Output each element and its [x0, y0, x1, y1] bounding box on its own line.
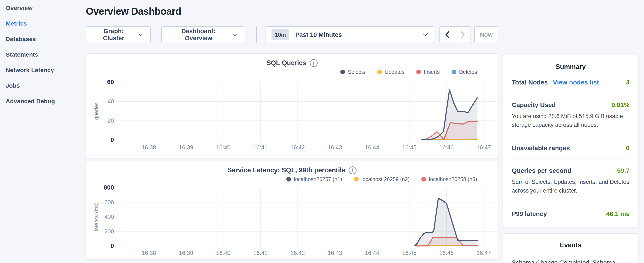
legend-item-n1[interactable]: localhost:26257 (n1): [286, 176, 342, 182]
sidebar-item-databases[interactable]: Databases: [6, 36, 82, 43]
svg-text:16:41: 16:41: [253, 250, 268, 256]
svg-text:16:44: 16:44: [365, 144, 379, 151]
legend-item-n3[interactable]: localhost:26258 (n3): [422, 176, 477, 182]
svg-text:16:43: 16:43: [328, 250, 342, 256]
legend-dot: [416, 70, 421, 74]
chevron-down-icon: [422, 33, 428, 37]
svg-text:200: 200: [104, 228, 114, 235]
legend-item-selects[interactable]: Selects: [340, 69, 365, 75]
controls-divider: [256, 26, 256, 43]
service-latency-chart: 16:3816:3916:4016:4116:4216:4316:4416:45…: [86, 183, 498, 258]
event-list-item: Schema Change Completed: Schema change w…: [512, 258, 630, 263]
svg-text:16:47: 16:47: [476, 250, 491, 256]
p99-latency-value: 46.1 ms: [606, 210, 630, 217]
chevron-down-icon: [138, 33, 143, 36]
chart-title: SQL Queries: [266, 59, 306, 67]
total-nodes-value: 3: [626, 79, 630, 86]
legend-item-deletes[interactable]: Deletes: [452, 69, 477, 75]
svg-text:16:45: 16:45: [402, 144, 416, 151]
svg-text:20: 20: [108, 117, 114, 124]
divider: [512, 93, 630, 93]
sidebar-item-metrics[interactable]: Metrics: [6, 20, 82, 27]
svg-text:16:38: 16:38: [142, 144, 156, 151]
sidebar: Overview Metrics Databases Statements Ne…: [6, 5, 82, 113]
dashboard-controls: Graph: Cluster Dashboard: Overview 10m P…: [86, 26, 498, 43]
svg-text:800: 800: [104, 184, 114, 191]
svg-text:16:47: 16:47: [476, 144, 491, 151]
capacity-used-value: 0.01%: [612, 101, 630, 109]
svg-text:16:39: 16:39: [179, 144, 193, 151]
unavailable-ranges-value: 0: [626, 144, 630, 152]
divider: [512, 136, 630, 136]
graph-scope-label: Graph: Cluster: [94, 28, 134, 42]
dashboard-dropdown[interactable]: Dashboard: Overview: [161, 26, 245, 43]
event-message: Schema Change Completed: Schema change w…: [512, 258, 630, 263]
events-card: Events Schema Change Completed: Schema c…: [503, 233, 638, 263]
svg-text:16:45: 16:45: [402, 250, 416, 256]
svg-text:16:43: 16:43: [328, 144, 342, 151]
sidebar-item-overview[interactable]: Overview: [6, 5, 82, 12]
time-back-button[interactable]: [440, 27, 455, 43]
time-range-selector[interactable]: 10m Past 10 Minutes: [266, 26, 434, 43]
svg-text:16:46: 16:46: [439, 250, 454, 256]
chevron-left-icon: [445, 31, 450, 38]
divider: [512, 202, 630, 202]
summary-row-capacity-used: Capacity Used 0.01%: [512, 101, 630, 109]
svg-text:16:40: 16:40: [216, 250, 230, 256]
svg-text:16:41: 16:41: [253, 144, 268, 151]
svg-text:40: 40: [108, 98, 114, 105]
info-icon[interactable]: i: [349, 166, 356, 174]
main-content: Overview Dashboard Graph: Cluster Dashbo…: [86, 0, 498, 259]
right-panel: Summary Total Nodes View nodes list 3 Ca…: [503, 55, 638, 263]
chevron-down-icon: [232, 33, 237, 36]
svg-text:16:42: 16:42: [290, 250, 305, 256]
graph-scope-dropdown[interactable]: Graph: Cluster: [86, 26, 151, 43]
svg-text:16:39: 16:39: [179, 250, 193, 256]
summary-row-p99-latency: P99 latency 46.1 ms: [512, 210, 630, 217]
summary-card: Summary Total Nodes View nodes list 3 Ca…: [503, 55, 638, 227]
sidebar-item-jobs[interactable]: Jobs: [6, 82, 82, 89]
svg-text:16:46: 16:46: [439, 144, 454, 151]
svg-text:queries: queries: [93, 102, 99, 120]
sql-queries-chart-card: SQL Queries i Selects Updates Inserts De…: [86, 53, 498, 158]
queries-per-second-value: 59.7: [617, 167, 630, 174]
svg-text:0: 0: [110, 136, 114, 143]
time-pager: [440, 26, 471, 43]
chevron-right-icon: [460, 31, 465, 38]
sidebar-item-advanced-debug[interactable]: Advanced Debug: [6, 98, 82, 105]
svg-text:latency (ms): latency (ms): [93, 202, 99, 231]
capacity-used-description: You are using 28.6 MiB of 515.9 GiB usab…: [512, 112, 630, 129]
chart-legend: localhost:26257 (n1) localhost:26259 (n2…: [86, 175, 498, 183]
svg-text:16:42: 16:42: [290, 144, 305, 151]
dashboard-dropdown-label: Dashboard: Overview: [169, 28, 228, 42]
legend-item-inserts[interactable]: Inserts: [416, 69, 440, 75]
legend-dot: [422, 177, 426, 181]
sql-queries-chart: 16:3816:3916:4016:4116:4216:4316:4416:45…: [86, 76, 498, 157]
svg-text:16:40: 16:40: [216, 144, 230, 151]
queries-per-second-description: Sum of Selects, Updates, Inserts, and De…: [512, 178, 630, 195]
summary-row-total-nodes: Total Nodes View nodes list 3: [512, 79, 630, 86]
legend-dot: [286, 177, 291, 181]
legend-dot: [452, 70, 456, 74]
svg-text:600: 600: [104, 199, 114, 205]
sidebar-item-statements[interactable]: Statements: [6, 51, 82, 58]
legend-dot: [354, 177, 359, 181]
info-icon[interactable]: i: [310, 59, 318, 67]
svg-text:16:38: 16:38: [142, 250, 156, 256]
divider: [512, 158, 630, 159]
now-button[interactable]: Now: [474, 26, 498, 43]
time-range-badge: 10m: [272, 29, 289, 40]
service-latency-chart-card: Service Latency: SQL, 99th percentile i …: [86, 161, 498, 259]
time-range-label: Past 10 Minutes: [295, 31, 342, 38]
legend-item-updates[interactable]: Updates: [377, 69, 404, 75]
sidebar-item-network-latency[interactable]: Network Latency: [6, 67, 82, 74]
svg-text:60: 60: [107, 79, 114, 85]
summary-row-queries-per-second: Queries per second 59.7: [512, 167, 630, 174]
time-forward-button[interactable]: [455, 27, 470, 43]
events-title: Events: [512, 241, 630, 249]
svg-text:16:44: 16:44: [365, 250, 379, 256]
view-nodes-list-link[interactable]: View nodes list: [553, 79, 599, 86]
summary-title: Summary: [512, 63, 630, 71]
legend-item-n2[interactable]: localhost:26259 (n2): [354, 176, 410, 182]
legend-dot: [340, 70, 345, 74]
